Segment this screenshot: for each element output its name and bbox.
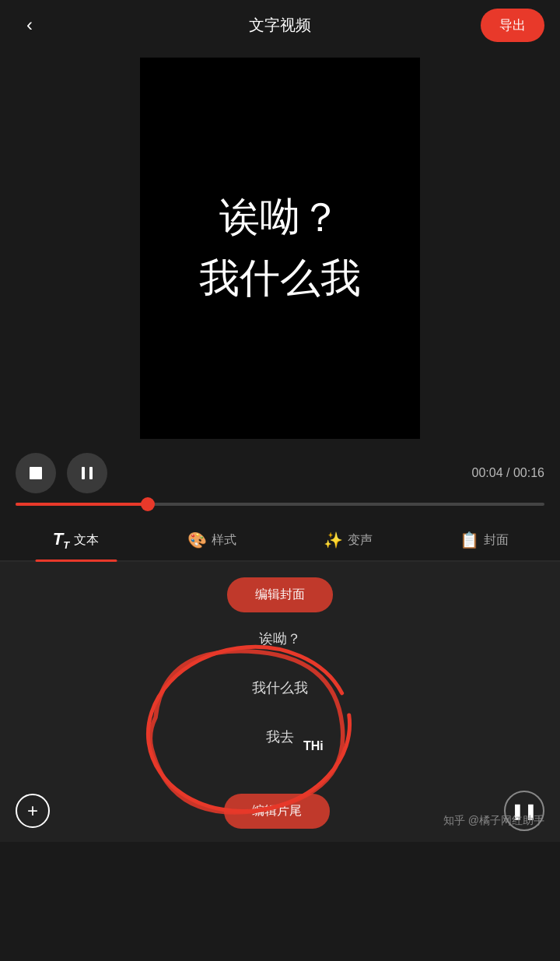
video-preview[interactable]: 诶呦？ 我什么我 bbox=[140, 58, 420, 439]
editing-area: 编辑封面 诶呦？ 我什么我 我去 THi + 编辑片尾 ❚❚ 知乎 @橘子网红助… bbox=[0, 562, 560, 842]
playback-buttons bbox=[16, 453, 107, 493]
watermark: 知乎 @橘子网红助手 bbox=[443, 814, 544, 828]
svg-rect-2 bbox=[89, 467, 93, 479]
style-tab-icon: 🎨 bbox=[187, 531, 207, 549]
export-button[interactable]: 导出 bbox=[481, 9, 544, 42]
text-line-item-1[interactable]: 诶呦？ bbox=[0, 615, 560, 664]
text-line-item-2[interactable]: 我什么我 bbox=[0, 664, 560, 713]
tab-cover[interactable]: 📋 封面 bbox=[416, 520, 552, 559]
text-line-item-3[interactable]: 我去 bbox=[0, 713, 560, 762]
add-button[interactable]: + bbox=[16, 794, 50, 828]
time-display: 00:04 / 00:16 bbox=[472, 466, 544, 480]
progress-bar-container[interactable] bbox=[0, 500, 560, 518]
time-total: 00:16 bbox=[513, 466, 544, 479]
video-text-line2: 我什么我 bbox=[199, 251, 361, 306]
tab-text-label: 文本 bbox=[74, 532, 99, 549]
add-icon: + bbox=[27, 800, 38, 822]
svg-rect-1 bbox=[82, 467, 85, 479]
stop-button[interactable] bbox=[16, 453, 56, 493]
controls-row: 00:04 / 00:16 bbox=[0, 439, 560, 500]
tab-voice[interactable]: ✨ 变声 bbox=[280, 520, 416, 559]
video-text-line1: 诶呦？ bbox=[199, 191, 361, 245]
cover-tab-icon: 📋 bbox=[460, 531, 479, 549]
time-separator: / bbox=[503, 466, 513, 479]
svg-rect-0 bbox=[30, 467, 42, 479]
text-tab-icon: TT bbox=[53, 529, 69, 551]
bottom-actions: + 编辑片尾 ❚❚ bbox=[0, 780, 560, 842]
edit-cover-button[interactable]: 编辑封面 bbox=[227, 577, 333, 612]
stop-icon bbox=[26, 464, 45, 482]
pause-icon bbox=[78, 464, 96, 482]
tab-text[interactable]: TT 文本 bbox=[8, 518, 144, 560]
back-button[interactable]: ‹ bbox=[16, 11, 44, 39]
tabs-row: TT 文本 🎨 样式 ✨ 变声 📋 封面 bbox=[0, 518, 560, 562]
voice-tab-icon: ✨ bbox=[324, 531, 343, 549]
header: ‹ 文字视频 导出 bbox=[0, 0, 560, 50]
back-icon: ‹ bbox=[26, 14, 33, 36]
edit-tail-button[interactable]: 编辑片尾 bbox=[224, 794, 330, 829]
video-container: 诶呦？ 我什么我 bbox=[0, 50, 560, 439]
video-text-content: 诶呦？ 我什么我 bbox=[199, 191, 361, 306]
time-current: 00:04 bbox=[472, 466, 503, 479]
page-title: 文字视频 bbox=[249, 15, 311, 36]
tab-style-label: 样式 bbox=[212, 532, 236, 549]
progress-bar-fill bbox=[16, 503, 148, 506]
tab-voice-label: 变声 bbox=[348, 532, 373, 549]
pause-button[interactable] bbox=[67, 453, 107, 493]
progress-bar-track[interactable] bbox=[16, 503, 544, 506]
progress-knob[interactable] bbox=[141, 497, 155, 511]
tab-style[interactable]: 🎨 样式 bbox=[144, 520, 280, 559]
tab-cover-label: 封面 bbox=[484, 532, 509, 549]
